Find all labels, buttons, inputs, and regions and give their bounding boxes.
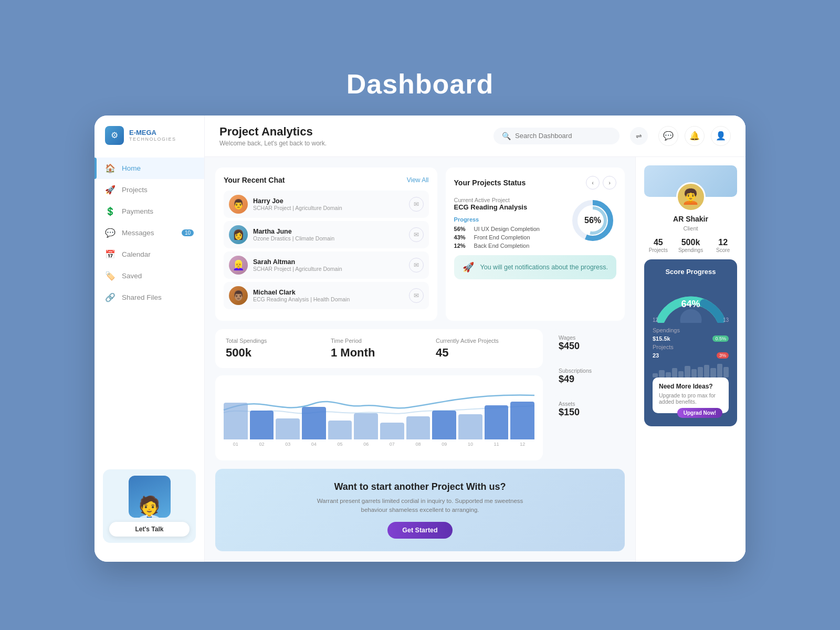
page-title: Dashboard	[346, 68, 494, 100]
project-status-title: Your Projects Status	[454, 178, 526, 187]
bar-label-11: 11	[494, 442, 499, 447]
progress-pct-3: 12%	[454, 243, 470, 249]
prev-arrow-button[interactable]: ‹	[586, 176, 600, 190]
bar-10	[458, 414, 482, 439]
pstat-projects-label: Projects	[644, 247, 673, 253]
mini-bar-12	[723, 367, 729, 377]
wages-card: Wages $450	[551, 329, 625, 357]
logo-area: ⚙ E-MEGA Technologies	[94, 126, 204, 158]
bar-group-06: 06	[354, 413, 378, 447]
pstat-spendings-val: 500k	[677, 238, 705, 247]
bar-group-08: 08	[406, 416, 430, 447]
brand-name: E-MEGA	[129, 129, 176, 137]
profile-stat-score: 12 Score	[709, 238, 737, 253]
get-started-button[interactable]: Get Started	[387, 522, 452, 539]
score-projects-value-row: 23 3%	[653, 352, 729, 359]
project-content: Current Active Project ECG Reading Analy…	[454, 197, 616, 251]
view-all-link[interactable]: View All	[407, 176, 429, 184]
top-cards-row: Your Recent Chat View All 👨 Harry Joe SC…	[215, 167, 625, 321]
msg-icon-1[interactable]: ✉	[409, 197, 424, 212]
search-input[interactable]	[515, 132, 611, 140]
upgrade-button[interactable]: Upgrad Now!	[677, 408, 722, 418]
cta-banner: Want to start another Project With us? W…	[215, 469, 625, 552]
avatar-1: 👨	[229, 195, 248, 214]
next-arrow-button[interactable]: ›	[603, 176, 616, 190]
sidebar-bottom: 🧑‍💼 Let's Talk	[94, 461, 204, 551]
search-bar[interactable]: 🔍	[494, 128, 620, 144]
bar-group-09: 09	[432, 411, 456, 447]
score-spendings-row: Spendings	[653, 327, 729, 333]
notification-bar: 🚀 You will get notifications about the p…	[454, 255, 616, 279]
mini-bar-3	[666, 372, 671, 377]
shared-files-icon: 🔗	[105, 292, 116, 302]
mini-bar-4	[672, 368, 677, 377]
recent-chat-header: Your Recent Chat View All	[224, 176, 429, 184]
msg-icon-2[interactable]: ✉	[409, 227, 424, 242]
mini-bar-1	[653, 373, 658, 377]
rocket-icon: 🚀	[463, 261, 474, 273]
chat-sub-3: SCHAR Project | Agriculture Domain	[253, 266, 404, 272]
score-projects-label: Projects	[653, 344, 674, 350]
profile-stat-projects: 45 Projects	[644, 238, 673, 253]
progress-rows: 56% UI UX Design Completion 43% Front En…	[454, 226, 561, 249]
chat-info-1: Harry Joe SCHAR Project | Agriculture Do…	[253, 197, 404, 211]
brand-sub: Technologies	[129, 136, 176, 142]
chat-name-4: Michael Clark	[253, 289, 404, 296]
bar-09	[432, 411, 456, 439]
bar-03	[276, 418, 300, 439]
stat-time-value: 1 Month	[331, 346, 427, 360]
sidebar-item-calendar[interactable]: 📅 Calendar	[94, 244, 204, 265]
bar-label-07: 07	[390, 442, 395, 447]
content-area: Your Recent Chat View All 👨 Harry Joe SC…	[205, 157, 746, 562]
mini-bars	[653, 363, 729, 377]
mini-bar-6	[685, 366, 690, 377]
sidebar-item-projects[interactable]: 🚀 Projects	[94, 179, 204, 201]
pstat-spendings-label: Spendings	[677, 247, 705, 253]
sidebar-item-payments[interactable]: 💲 Payments	[94, 201, 204, 222]
bar-label-10: 10	[468, 442, 473, 447]
score-projects-row: Projects	[653, 344, 729, 350]
msg-icon-4[interactable]: ✉	[409, 288, 424, 303]
logo-text: E-MEGA Technologies	[129, 129, 176, 142]
profile-icon-button[interactable]: 👤	[711, 126, 731, 146]
chart-card: 01 02 03 04 05 06 07 08 09 10	[215, 375, 543, 460]
sidebar-item-saved[interactable]: 🏷️ Saved	[94, 265, 204, 287]
chat-sub-4: ECG Reading Analysis | Health Domain	[253, 296, 404, 302]
sidebar-item-messages[interactable]: 💬 Messages 10	[94, 222, 204, 244]
mini-bar-2	[659, 370, 664, 377]
pstat-score-val: 12	[709, 238, 737, 247]
chat-item-1: 👨 Harry Joe SCHAR Project | Agriculture …	[224, 191, 429, 218]
filter-button[interactable]: ⇌	[630, 127, 648, 145]
pstat-score-label: Score	[709, 247, 737, 253]
notification-icon-button[interactable]: 🔔	[685, 126, 705, 146]
profile-stats: 45 Projects 500k Spendings 12 Score	[644, 238, 737, 253]
projects-icon: 🚀	[105, 185, 116, 195]
bar-label-03: 03	[285, 442, 290, 447]
ideas-subtitle: Upgrade to pro max for added benefits.	[659, 392, 722, 405]
score-spendings-value: $15.5k	[653, 335, 670, 342]
score-title: Score Progress	[653, 268, 729, 276]
avatar-3: 👱‍♀️	[229, 256, 248, 275]
wages-label: Wages	[559, 334, 617, 341]
progress-row-3: 12% Back End Completion	[454, 243, 561, 249]
subscriptions-card: Subscriptions $49	[551, 362, 625, 390]
subscriptions-value: $49	[559, 374, 617, 385]
bar-label-01: 01	[233, 442, 238, 447]
sidebar-item-shared-files[interactable]: 🔗 Shared Files	[94, 287, 204, 308]
recent-chat-card: Your Recent Chat View All 👨 Harry Joe SC…	[215, 167, 437, 321]
bar-label-08: 08	[416, 442, 421, 447]
sidebar-item-home[interactable]: 🏠 Home	[94, 158, 204, 179]
progress-row-1: 56% UI UX Design Completion	[454, 226, 561, 232]
notification-text: You will get notifications about the pro…	[480, 264, 608, 271]
bar-02	[250, 411, 274, 439]
profile-avatar: 🧑‍🦱	[676, 182, 706, 212]
lets-talk-button[interactable]: Let's Talk	[109, 522, 190, 537]
bar-11	[485, 405, 509, 439]
chat-icon-button[interactable]: 💬	[658, 126, 678, 146]
chat-item-3: 👱‍♀️ Sarah Altman SCHAR Project | Agricu…	[224, 251, 429, 279]
project-info: Current Active Project ECG Reading Analy…	[454, 197, 561, 251]
sidebar-label-calendar: Calendar	[122, 250, 151, 258]
msg-icon-3[interactable]: ✉	[409, 258, 424, 272]
score-spendings-label: Spendings	[653, 327, 680, 333]
sidebar: ⚙ E-MEGA Technologies 🏠 Home 🚀 Projects …	[94, 116, 205, 562]
